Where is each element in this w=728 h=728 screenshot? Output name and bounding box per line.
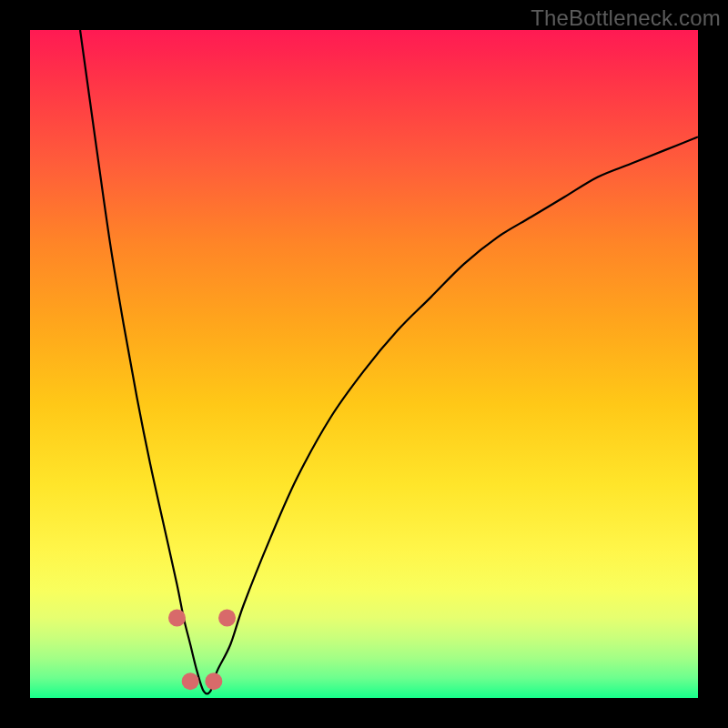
outer-frame: TheBottleneck.com: [0, 0, 728, 728]
marker-layer: [30, 30, 698, 698]
marker-point: [205, 672, 222, 690]
plot-area: [30, 30, 698, 698]
marker-point: [182, 672, 199, 690]
marker-point: [168, 609, 186, 626]
marker-point: [218, 609, 236, 626]
watermark-text: TheBottleneck.com: [531, 5, 721, 31]
